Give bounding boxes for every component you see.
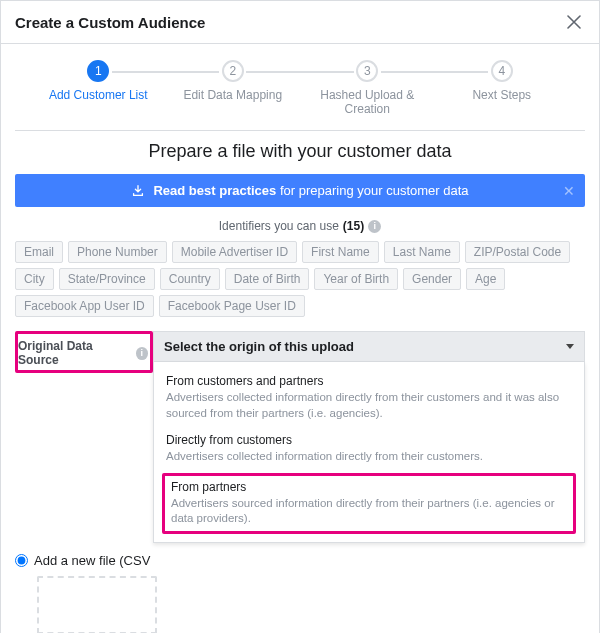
chip-state: State/Province	[59, 268, 155, 290]
step-add-customer-list[interactable]: 1 Add Customer List	[31, 60, 166, 116]
step-circle: 4	[491, 60, 513, 82]
option-from-partners[interactable]: From partners Advertisers sourced inform…	[162, 473, 576, 534]
step-edit-data-mapping[interactable]: 2 Edit Data Mapping	[166, 60, 301, 116]
data-source-placeholder: Select the origin of this upload	[164, 339, 354, 354]
step-label: Next Steps	[435, 88, 570, 102]
step-circle: 3	[356, 60, 378, 82]
step-label: Edit Data Mapping	[166, 88, 301, 102]
option-title: From partners	[171, 480, 567, 494]
step-circle: 2	[222, 60, 244, 82]
option-desc: Advertisers collected information direct…	[166, 449, 572, 465]
modal-title: Create a Custom Audience	[15, 14, 205, 31]
identifiers-header: Identifiers you can use (15) i	[15, 219, 585, 233]
option-title: Directly from customers	[166, 433, 572, 447]
chip-app-user-id: Facebook App User ID	[15, 295, 154, 317]
chip-zip: ZIP/Postal Code	[465, 241, 570, 263]
chip-firstname: First Name	[302, 241, 379, 263]
banner-bold: Read best practices	[153, 183, 276, 198]
chip-phone: Phone Number	[68, 241, 167, 263]
chip-gender: Gender	[403, 268, 461, 290]
chip-mobile-adv-id: Mobile Advertiser ID	[172, 241, 297, 263]
chip-age: Age	[466, 268, 505, 290]
identifier-chips: Email Phone Number Mobile Advertiser ID …	[15, 241, 585, 317]
option-customers-and-partners[interactable]: From customers and partners Advertisers …	[154, 368, 584, 427]
identifiers-count: (15)	[343, 219, 364, 233]
modal-header: Create a Custom Audience	[1, 1, 599, 44]
banner-text: Read best practices for preparing your c…	[153, 183, 468, 198]
close-icon	[567, 15, 581, 29]
data-source-dropdown: Select the origin of this upload From cu…	[153, 331, 585, 543]
best-practices-banner[interactable]: Read best practices for preparing your c…	[15, 174, 585, 207]
step-hashed-upload[interactable]: 3 Hashed Upload & Creation	[300, 60, 435, 116]
divider	[15, 130, 585, 131]
chip-lastname: Last Name	[384, 241, 460, 263]
radio-add-new-file-label: Add a new file (CSV	[34, 553, 150, 568]
chip-country: Country	[160, 268, 220, 290]
banner-close-button[interactable]: ✕	[563, 183, 575, 199]
close-button[interactable]	[563, 11, 585, 33]
chip-yob: Year of Birth	[314, 268, 398, 290]
source-label-text: Original Data Source	[18, 339, 132, 367]
chevron-down-icon	[566, 344, 574, 349]
option-desc: Advertisers collected information direct…	[166, 390, 572, 421]
chip-page-user-id: Facebook Page User ID	[159, 295, 305, 317]
page-heading: Prepare a file with your customer data	[15, 141, 585, 162]
original-data-source-label-highlight: Original Data Source i	[15, 331, 153, 373]
import-icon	[131, 184, 145, 198]
data-source-select[interactable]: Select the origin of this upload	[153, 331, 585, 362]
info-icon[interactable]: i	[136, 347, 148, 360]
option-title: From customers and partners	[166, 374, 572, 388]
chip-dob: Date of Birth	[225, 268, 310, 290]
step-next-steps[interactable]: 4 Next Steps	[435, 60, 570, 116]
radio-add-new-file[interactable]: Add a new file (CSV	[15, 553, 585, 568]
modal-content: Prepare a file with your customer data R…	[1, 141, 599, 633]
file-dropzone[interactable]	[37, 576, 157, 633]
stepper: 1 Add Customer List 2 Edit Data Mapping …	[1, 44, 599, 130]
step-label: Add Customer List	[31, 88, 166, 102]
identifiers-prefix: Identifiers you can use	[219, 219, 339, 233]
option-desc: Advertisers sourced information directly…	[171, 496, 567, 527]
chip-email: Email	[15, 241, 63, 263]
data-source-options: From customers and partners Advertisers …	[153, 362, 585, 543]
banner-rest: for preparing your customer data	[276, 183, 468, 198]
chip-city: City	[15, 268, 54, 290]
step-circle: 1	[87, 60, 109, 82]
original-data-source-block: Original Data Source i Select the origin…	[15, 331, 585, 543]
create-audience-modal: Create a Custom Audience 1 Add Customer …	[0, 0, 600, 633]
radio-add-new-file-input[interactable]	[15, 554, 28, 567]
info-icon[interactable]: i	[368, 220, 381, 233]
option-directly-from-customers[interactable]: Directly from customers Advertisers coll…	[154, 427, 584, 471]
step-label: Hashed Upload & Creation	[300, 88, 435, 116]
original-data-source-label: Original Data Source i	[18, 337, 148, 367]
